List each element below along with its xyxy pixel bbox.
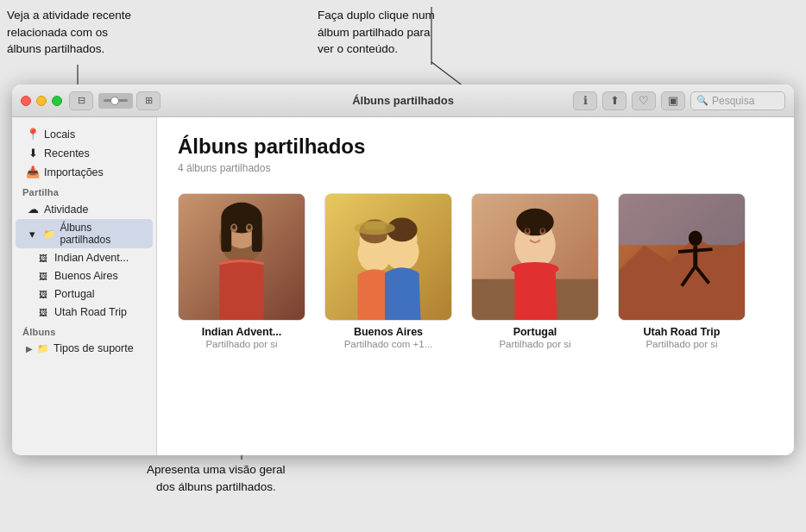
content-area: 📍 Locais ⬇ Recentes 📥 Importações Partil… (12, 117, 794, 455)
expand-arrow-icon: ▶ (26, 344, 33, 354)
album-thumb-indian (178, 193, 305, 321)
sidebar-item-portugal[interactable]: 🖼 Portugal (16, 285, 153, 303)
annotation-top-left: Veja a atividade recente relacionada com… (7, 7, 131, 58)
sidebar-item-albuns-partilhados[interactable]: ▾ 📁 Álbuns partilhados (16, 219, 153, 248)
slideshow-button[interactable]: ▣ (661, 91, 685, 110)
utah-thumb-icon: 🖼 (36, 308, 50, 317)
page-title: Álbuns partilhados (178, 135, 773, 159)
heart-button[interactable]: ♡ (632, 91, 656, 110)
svg-point-32 (516, 209, 553, 236)
album-name-buenos: Buenos Aires (354, 326, 423, 338)
sidebar-item-tipos-suporte[interactable]: ▶ 📁 Tipos de suporte (16, 340, 153, 357)
search-box[interactable]: 🔍 Pesquisa (690, 91, 785, 110)
sidebar-label-recentes: Recentes (44, 147, 90, 160)
sidebar-label-portugal: Portugal (54, 288, 95, 300)
album-sub-utah: Partilhado por si (645, 339, 717, 349)
svg-point-40 (689, 230, 702, 246)
search-placeholder: Pesquisa (712, 95, 754, 107)
sidebar-item-utah[interactable]: 🖼 Utah Road Trip (16, 304, 153, 321)
album-sub-indian: Partilhado por si (205, 339, 277, 349)
sidebar-toggle-button[interactable]: ⊟ (69, 91, 93, 110)
svg-rect-39 (619, 194, 745, 245)
album-item-buenos[interactable]: Buenos Aires Partilhado com +1... (324, 193, 452, 349)
view-toggle-button[interactable]: ⊞ (136, 91, 161, 110)
album-name-indian: Indian Advent... (202, 326, 282, 338)
window-title: Álbuns partilhados (352, 94, 454, 107)
portugal-thumb-icon: 🖼 (36, 290, 50, 299)
album-sub-buenos: Partilhado com +1... (344, 339, 433, 349)
sidebar-label-indian: Indian Advent... (54, 252, 129, 264)
section-label-partilha: Partilha (12, 182, 156, 199)
svg-rect-27 (364, 222, 385, 230)
share-button[interactable]: ⬆ (602, 91, 627, 110)
sidebar: 📍 Locais ⬇ Recentes 📥 Importações Partil… (12, 117, 157, 455)
titlebar-center: Álbuns partilhados (352, 94, 454, 107)
sidebar-item-locais[interactable]: 📍 Locais (16, 125, 153, 143)
svg-rect-12 (221, 218, 231, 252)
sidebar-label-locais: Locais (44, 128, 75, 141)
search-icon: 🔍 (696, 95, 708, 106)
info-button[interactable]: ℹ (573, 91, 597, 110)
sidebar-item-indian[interactable]: 🖼 Indian Advent... (16, 249, 153, 266)
album-sub-portugal: Partilhado por si (499, 339, 570, 349)
sidebar-label-importacoes: Importações (44, 166, 104, 178)
minimize-button[interactable] (36, 96, 47, 106)
sidebar-item-buenos[interactable]: 🖼 Buenos Aires (16, 267, 153, 285)
traffic-lights (21, 96, 62, 106)
albuns-partilhados-icon: ▾ (26, 228, 39, 241)
app-window: ⊟ ⊞ Álbuns partilhados ℹ ⬆ ♡ ▣ 🔍 Pesquis… (12, 84, 794, 455)
albums-count: 4 álbuns partilhados (178, 162, 773, 174)
svg-point-16 (232, 225, 236, 229)
album-item-portugal[interactable]: Portugal Partilhado por si (471, 193, 599, 349)
titlebar-right: ℹ ⬆ ♡ ▣ 🔍 Pesquisa (573, 91, 785, 110)
section-label-albuns: Álbuns (12, 322, 156, 339)
locais-icon: 📍 (26, 128, 40, 141)
sidebar-item-importacoes[interactable]: 📥 Importações (16, 163, 153, 181)
album-item-utah[interactable]: Utah Road Trip Partilhado por si (618, 193, 746, 349)
sidebar-label-atividade: Atividade (44, 203, 88, 216)
album-name-utah: Utah Road Trip (644, 326, 721, 338)
svg-point-36 (526, 228, 529, 233)
sidebar-item-atividade[interactable]: ☁ Atividade (16, 200, 153, 218)
sidebar-label-tipos-suporte: Tipos de suporte (54, 342, 134, 354)
album-thumb-buenos (324, 193, 452, 321)
atividade-icon: ☁ (26, 203, 40, 216)
album-thumb-portugal (471, 193, 599, 321)
album-thumb-utah (618, 193, 746, 321)
svg-rect-13 (252, 218, 262, 252)
maximize-button[interactable] (52, 96, 62, 106)
buenos-thumb-icon: 🖼 (36, 272, 50, 281)
svg-point-17 (248, 225, 251, 229)
svg-point-37 (541, 228, 545, 233)
indian-thumb-icon: 🖼 (36, 253, 50, 263)
sidebar-label-buenos: Buenos Aires (54, 270, 118, 282)
titlebar: ⊟ ⊞ Álbuns partilhados ℹ ⬆ ♡ ▣ 🔍 Pesquis… (12, 84, 794, 117)
main-panel: Álbuns partilhados 4 álbuns partilhados (157, 117, 794, 455)
recentes-icon: ⬇ (26, 147, 40, 160)
importacoes-icon: 📥 (26, 166, 40, 178)
sidebar-item-recentes[interactable]: ⬇ Recentes (16, 144, 153, 162)
annotation-bottom: Apresenta uma visão geral dos álbuns par… (147, 461, 286, 495)
sidebar-label-albuns-partilhados: Álbuns partilhados (60, 222, 142, 246)
album-item-indian[interactable]: Indian Advent... Partilhado por si (178, 193, 305, 349)
svg-point-33 (511, 262, 558, 276)
album-name-portugal: Portugal (513, 326, 557, 338)
albums-grid: Indian Advent... Partilhado por si (178, 193, 773, 349)
annotation-top-right: Faça duplo clique num álbum partilhado p… (318, 7, 435, 58)
close-button[interactable] (21, 96, 31, 106)
sidebar-label-utah: Utah Road Trip (54, 306, 127, 318)
